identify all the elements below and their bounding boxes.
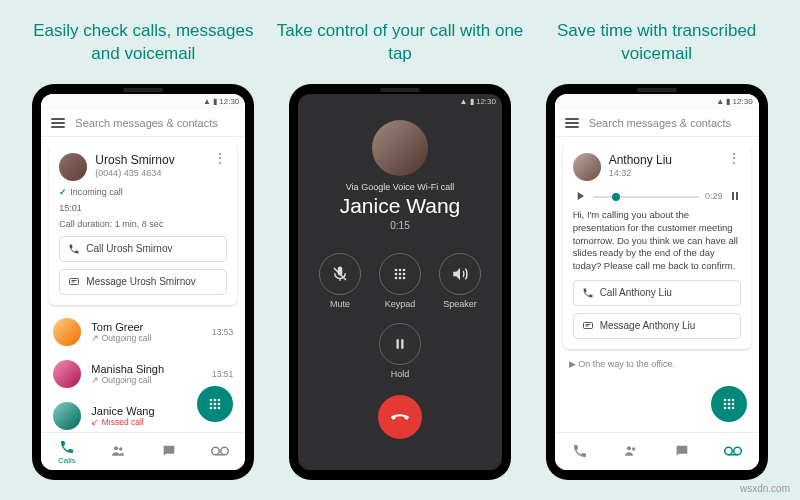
avatar bbox=[53, 402, 81, 430]
search-placeholder: Search messages & contacts bbox=[589, 117, 731, 129]
avatar[interactable] bbox=[59, 153, 87, 181]
avatar[interactable] bbox=[573, 153, 601, 181]
screen-2: ▲ ▮ 12:30 Via Google Voice Wi-Fi call Ja… bbox=[298, 94, 502, 470]
call-duration: Call duration: 1 min, 8 sec bbox=[59, 219, 227, 229]
hangup-button[interactable] bbox=[378, 395, 422, 439]
bottom-tabs bbox=[555, 432, 759, 470]
call-time: 15:01 bbox=[59, 203, 227, 213]
search-bar[interactable]: Search messages & contacts bbox=[555, 110, 759, 137]
pause-icon[interactable] bbox=[729, 190, 741, 202]
play-icon[interactable] bbox=[573, 189, 587, 203]
svg-point-17 bbox=[403, 269, 406, 272]
svg-point-6 bbox=[218, 403, 221, 406]
svg-point-29 bbox=[723, 399, 726, 402]
svg-point-3 bbox=[218, 399, 221, 402]
phone-frame-2: ▲ ▮ 12:30 Via Google Voice Wi-Fi call Ja… bbox=[289, 84, 511, 480]
list-item[interactable]: Tom Greer↗ Outgoing call13:53 bbox=[41, 311, 245, 353]
svg-rect-25 bbox=[401, 339, 403, 348]
dialpad-fab[interactable] bbox=[711, 386, 747, 422]
svg-point-23 bbox=[403, 277, 406, 280]
voicemail-card: Anthony Liu 14:32 ⋮ 0:29 Hi, I'm calling… bbox=[563, 143, 751, 349]
keypad-button[interactable]: Keypad bbox=[379, 253, 421, 309]
call-via: Via Google Voice Wi-Fi call bbox=[298, 182, 502, 192]
vm-time: 14:32 bbox=[609, 168, 727, 178]
caller-avatar[interactable] bbox=[372, 120, 428, 176]
svg-point-11 bbox=[119, 447, 122, 450]
headline-2: Take control of your call with one tap bbox=[275, 20, 525, 66]
menu-icon[interactable] bbox=[565, 118, 579, 128]
bottom-tabs: Calls bbox=[41, 432, 245, 470]
svg-point-4 bbox=[210, 403, 213, 406]
avatar bbox=[53, 360, 81, 388]
phone-frame-3: ▲ ▮ 12:30 Search messages & contacts Ant… bbox=[546, 84, 768, 480]
svg-point-10 bbox=[114, 446, 118, 450]
svg-point-34 bbox=[731, 403, 734, 406]
tab-calls[interactable]: Calls bbox=[41, 433, 92, 470]
search-bar[interactable]: Search messages & contacts bbox=[41, 110, 245, 137]
message-button[interactable]: Message Anthony Liu bbox=[573, 313, 741, 339]
call-button[interactable]: Call Urosh Smirnov bbox=[59, 236, 227, 262]
svg-point-12 bbox=[212, 447, 220, 455]
svg-point-38 bbox=[627, 446, 631, 450]
svg-point-30 bbox=[727, 399, 730, 402]
hold-button[interactable]: Hold bbox=[379, 323, 421, 379]
tab-messages[interactable] bbox=[143, 433, 194, 470]
svg-point-16 bbox=[399, 269, 402, 272]
tab-voicemail[interactable] bbox=[708, 433, 759, 470]
contact-phone: (0044) 435 4634 bbox=[95, 168, 213, 178]
tab-messages[interactable] bbox=[657, 433, 708, 470]
svg-point-1 bbox=[210, 399, 213, 402]
search-placeholder: Search messages & contacts bbox=[75, 117, 217, 129]
mute-button[interactable]: Mute bbox=[319, 253, 361, 309]
svg-point-2 bbox=[214, 399, 217, 402]
contact-name: Anthony Liu bbox=[609, 153, 727, 167]
more-icon[interactable]: ⋮ bbox=[727, 153, 741, 163]
caller-name: Janice Wang bbox=[298, 194, 502, 218]
svg-point-5 bbox=[214, 403, 217, 406]
svg-rect-26 bbox=[732, 192, 734, 200]
svg-point-22 bbox=[399, 277, 402, 280]
headline-3: Save time with transcribed voicemail bbox=[532, 20, 782, 66]
status-bar: ▲ ▮ 12:30 bbox=[298, 94, 502, 110]
svg-point-8 bbox=[214, 407, 217, 410]
svg-rect-24 bbox=[396, 339, 398, 348]
svg-point-19 bbox=[399, 273, 402, 276]
svg-point-40 bbox=[725, 447, 733, 455]
svg-point-31 bbox=[731, 399, 734, 402]
tab-voicemail[interactable] bbox=[194, 433, 245, 470]
contact-name: Urosh Smirnov bbox=[95, 153, 213, 167]
svg-point-33 bbox=[727, 403, 730, 406]
svg-point-7 bbox=[210, 407, 213, 410]
message-button[interactable]: Message Urosh Smirnov bbox=[59, 269, 227, 295]
svg-point-32 bbox=[723, 403, 726, 406]
svg-point-13 bbox=[221, 447, 229, 455]
phone-frame-1: ▲ ▮ 12:30 Search messages & contacts Uro… bbox=[32, 84, 254, 480]
svg-point-20 bbox=[403, 273, 406, 276]
avatar bbox=[53, 318, 81, 346]
tab-contacts[interactable] bbox=[92, 433, 143, 470]
svg-point-18 bbox=[395, 273, 398, 276]
tab-calls[interactable] bbox=[555, 433, 606, 470]
headline-1: Easily check calls, messages and voicema… bbox=[18, 20, 268, 66]
speaker-button[interactable]: Speaker bbox=[439, 253, 481, 309]
call-card: Urosh Smirnov (0044) 435 4634 ⋮ ✓Incomin… bbox=[49, 143, 237, 305]
more-icon[interactable]: ⋮ bbox=[213, 153, 227, 163]
watermark: wsxdn.com bbox=[740, 483, 790, 494]
svg-point-37 bbox=[731, 407, 734, 410]
status-bar: ▲ ▮ 12:30 bbox=[555, 94, 759, 110]
svg-point-9 bbox=[218, 407, 221, 410]
svg-point-36 bbox=[727, 407, 730, 410]
svg-rect-27 bbox=[736, 192, 738, 200]
call-timer: 0:15 bbox=[298, 220, 502, 231]
menu-icon[interactable] bbox=[51, 118, 65, 128]
now-playing: ▶ On the way to the office. bbox=[555, 355, 759, 373]
svg-point-15 bbox=[395, 269, 398, 272]
seek-bar[interactable] bbox=[593, 196, 699, 198]
call-status: Incoming call bbox=[70, 187, 123, 197]
tab-contacts[interactable] bbox=[606, 433, 657, 470]
screen-1: ▲ ▮ 12:30 Search messages & contacts Uro… bbox=[41, 94, 245, 470]
transcript-text: Hi, I'm calling you about the presentati… bbox=[573, 209, 741, 273]
vm-duration: 0:29 bbox=[705, 191, 723, 201]
svg-point-35 bbox=[723, 407, 726, 410]
call-button[interactable]: Call Anthony Liu bbox=[573, 280, 741, 306]
